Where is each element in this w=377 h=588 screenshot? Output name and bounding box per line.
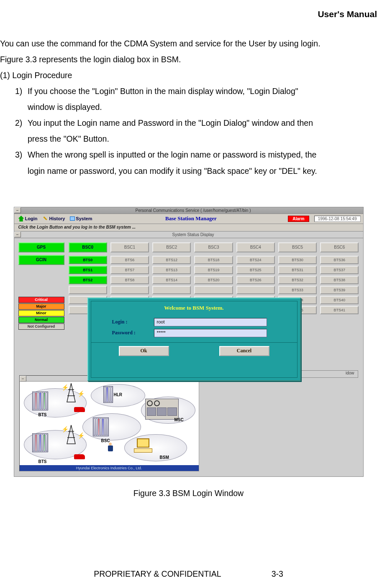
bts-slot[interactable]: BTS40 (320, 296, 359, 304)
bts-slot[interactable]: BTS24 (236, 256, 275, 264)
diagram-label-hlr: HLR (114, 392, 123, 397)
signal-icon: ⚡ (77, 432, 85, 439)
bts-slot[interactable]: BTS41 (320, 306, 359, 314)
rack-icon (103, 386, 113, 403)
msc-equipment-icon (145, 399, 179, 420)
house-icon (18, 216, 24, 221)
bts-slot[interactable]: BTS37 (320, 266, 359, 274)
gcin-button[interactable]: GCIN (18, 255, 64, 265)
login-button[interactable]: Login (17, 216, 39, 221)
rack-icon (32, 392, 48, 410)
bts-slot[interactable]: BTS8 (110, 276, 149, 284)
rack-icon (32, 433, 48, 452)
cancel-button[interactable]: Cancel (219, 346, 269, 356)
car-icon (74, 407, 85, 412)
system-button-label: System (76, 216, 92, 221)
bsc-slot-3[interactable]: BSC3 (194, 242, 233, 252)
login-label: Login : (112, 319, 154, 325)
intro-line-2: Figure 3.3 represents the login dialog b… (0, 52, 373, 67)
bts-slot[interactable]: BTS38 (320, 276, 359, 284)
diagram-label-msc: MSC (174, 417, 184, 422)
legend-critical: Critical (18, 297, 64, 303)
bts-slot[interactable]: BTS36 (320, 256, 359, 264)
ok-button[interactable]: Ok (119, 346, 169, 356)
bsm-screenshot: – Personal Communications Service ( /use… (14, 207, 364, 477)
page-header: User's Manual (0, 9, 377, 19)
login-input[interactable]: root (154, 318, 267, 326)
bts-slot[interactable]: BTS31 (278, 266, 317, 274)
bts-slot[interactable] (69, 286, 107, 294)
signal-icon: ⚡ (77, 390, 85, 397)
gps-button[interactable]: GPS (18, 242, 64, 252)
bts-slot[interactable] (194, 286, 233, 294)
legend-not-configured: Not Configured (18, 323, 64, 330)
diagram-system-menu[interactable]: – (20, 376, 26, 382)
bts-slot[interactable]: BTS0 (69, 256, 107, 264)
status-title: System Status Display (23, 232, 363, 237)
step-2-text-a: You input the Login name and Password in… (28, 115, 373, 130)
body-text: You can use the command for the CDMA Sys… (0, 36, 377, 178)
bsc-row: BSC0 BSC1 BSC2 BSC3 BSC4 BSC5 BSC6 (69, 242, 359, 252)
bts-slot[interactable]: BTS33 (278, 286, 317, 294)
signal-icon: ⚡ (62, 426, 69, 433)
window-titlebar: – Personal Communications Service ( /use… (14, 207, 363, 214)
step-2-text-b: press the "OK" Button. (28, 131, 373, 146)
bsc-slot-5[interactable]: BSC5 (278, 242, 317, 252)
figure-caption: Figure 3.3 BSM Login Window (0, 489, 377, 498)
signal-icon: ⚡ (62, 384, 69, 391)
diagram-footer: Hyundai Electronics Industries Co., Ltd. (20, 465, 199, 471)
password-label: Password : (112, 330, 154, 336)
bts-slot[interactable]: BTS18 (194, 256, 233, 264)
app-title: Base Station Manager (95, 215, 286, 222)
alarm-indicator[interactable]: Alarm (288, 216, 309, 222)
diagram-label-bsm: BSM (160, 455, 169, 460)
bts-slot[interactable]: BTS6 (110, 256, 149, 264)
bts-slot[interactable] (152, 286, 191, 294)
bts-slot[interactable]: BTS7 (110, 266, 149, 274)
bts-slot[interactable]: BTS19 (194, 266, 233, 274)
computer-icon (133, 438, 154, 455)
status-titlebar: – System Status Display (14, 232, 363, 238)
step-2-number: 2) (15, 115, 28, 130)
bts-slot[interactable]: BTS30 (278, 256, 317, 264)
diagram-label-bts: BTS (38, 459, 47, 464)
bsc-slot-1[interactable]: BSC1 (110, 242, 149, 252)
window-system-menu[interactable]: – (14, 207, 21, 213)
bts-slot[interactable] (236, 286, 275, 294)
bsc-slot-0[interactable]: BSC0 (69, 242, 107, 252)
step-1-number: 1) (15, 84, 28, 99)
rack-icon (93, 417, 109, 436)
bts-slot[interactable]: BTS39 (320, 286, 359, 294)
bts-slot[interactable]: BTS12 (152, 256, 191, 264)
bts-slot[interactable]: BTS20 (194, 276, 233, 284)
system-button[interactable]: System (68, 216, 94, 221)
history-button[interactable]: History (41, 216, 67, 221)
login-dialog-title: Welcome to BSM System. (91, 301, 297, 316)
legend-minor: Minor (18, 310, 64, 316)
bts-slot[interactable]: BTS26 (236, 276, 275, 284)
bts-slot[interactable]: BTS2 (69, 276, 107, 284)
step-1-text-a: If you choose the "Login" Button in the … (28, 84, 373, 99)
login-dialog: Welcome to BSM System. Login : root Pass… (87, 298, 301, 381)
step-3-number: 3) (15, 147, 28, 162)
pencil-icon (42, 216, 48, 221)
intro-line-1: You can use the command for the CDMA Sys… (0, 36, 373, 51)
bsc-slot-4[interactable]: BSC4 (236, 242, 275, 252)
bts-slot[interactable]: BTS14 (152, 276, 191, 284)
bts-slot[interactable]: BTS13 (152, 266, 191, 274)
legend-normal: Normal (18, 317, 64, 323)
person-icon (108, 443, 113, 453)
network-diagram: – ⚡ ⚡ ⚡ ⚡ BTS BTS HLR (19, 375, 199, 471)
status-system-menu[interactable]: – (14, 232, 21, 237)
diagram-label-bts: BTS (38, 412, 47, 417)
bts-slot[interactable]: BTS1 (69, 266, 107, 274)
password-input[interactable]: ***** (154, 329, 267, 337)
bts-slot[interactable]: BTS32 (278, 276, 317, 284)
login-button-label: Login (25, 216, 38, 221)
bsc-slot-6[interactable]: BSC6 (320, 242, 359, 252)
page-footer: PROPRIETARY & CONFIDENTIAL 3-3 (0, 569, 377, 579)
hint-bar: Click the Login Button and you log in to… (14, 224, 363, 232)
bts-slot[interactable]: BTS25 (236, 266, 275, 274)
bsc-slot-2[interactable]: BSC2 (152, 242, 191, 252)
bts-slot[interactable] (110, 286, 149, 294)
